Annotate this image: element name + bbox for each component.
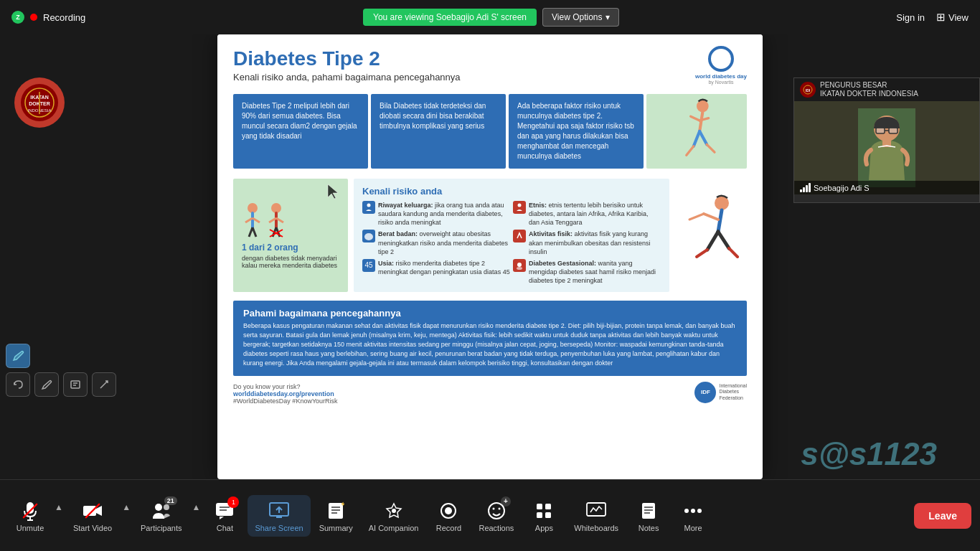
record-label: Record	[436, 524, 461, 532]
participants-caret[interactable]: ▲	[191, 502, 202, 512]
svg-line-7	[699, 112, 702, 131]
recording-dot	[30, 14, 37, 21]
view-button[interactable]: ⊞ View	[936, 11, 969, 24]
unmute-label: Unmute	[17, 524, 44, 532]
risk-item-4: Aktivitas fisik: aktivitas fisik yang ku…	[513, 230, 661, 255]
svg-line-8	[691, 116, 700, 121]
more-button[interactable]: More	[672, 495, 715, 537]
microphone-icon	[19, 499, 42, 522]
text-button[interactable]	[63, 372, 88, 397]
apps-button[interactable]: Apps	[522, 495, 565, 537]
view-options-button[interactable]: View Options ▾	[542, 8, 618, 27]
chat-button[interactable]: 1 Chat	[203, 495, 246, 537]
svg-rect-46	[876, 128, 885, 133]
speaker-org-name: PENGURUS BESAR IKATAN DOKTER INDONESIA	[820, 81, 974, 98]
start-video-label: Start Video	[73, 524, 112, 532]
risk-grid: Riwayat keluarga: jika orang tua anda at…	[362, 201, 661, 285]
svg-rect-75	[537, 512, 542, 518]
notes-button[interactable]: Notes	[627, 495, 670, 537]
apps-icon	[532, 499, 555, 522]
infographic-subtitle: Kenali risiko anda, pahami bagaimana pen…	[233, 72, 747, 83]
unmute-button[interactable]: Unmute	[9, 495, 52, 537]
ai-companion-button[interactable]: AI Companion	[362, 495, 426, 537]
svg-point-14	[248, 203, 258, 213]
risk-icon-3	[362, 230, 375, 242]
top-bar-right: Sign in ⊞ View	[896, 11, 969, 24]
record-button[interactable]: Record	[427, 495, 470, 537]
speaker-name: Soebagijo Adi S	[814, 184, 870, 192]
risk-icon-4	[513, 230, 526, 242]
intro-box-3: Ada beberapa faktor risiko untuk munculn…	[509, 94, 644, 169]
stat-big-text: 1 dari 2 orang	[242, 242, 298, 253]
participants-button[interactable]: 21 Participants	[133, 495, 189, 537]
risk-item-5: 45 Usia: risiko menderita diabetes tipe …	[362, 259, 510, 285]
video-caret[interactable]: ▲	[121, 502, 132, 512]
svg-point-58	[164, 504, 169, 510]
share-screen-button[interactable]: Share Screen	[248, 495, 310, 537]
arrow-button[interactable]	[92, 372, 116, 397]
svg-line-40	[729, 248, 738, 257]
stat-box: 1 dari 2 orang dengan diabetes tidak men…	[233, 179, 348, 292]
zoom-icon: Z	[11, 11, 24, 24]
svg-text:IDI: IDI	[806, 88, 811, 93]
reactions-label: Reactions	[479, 524, 514, 532]
prevention-title: Pahami bagaimana pencegahannya	[243, 308, 737, 319]
runner-image	[646, 94, 747, 169]
more-icon	[682, 499, 705, 522]
reactions-plus: +	[501, 496, 511, 507]
leave-button[interactable]: Leave	[914, 503, 971, 529]
chat-icon: 1	[213, 499, 236, 522]
risk-icon-2	[513, 201, 526, 214]
signal-strength-icon	[800, 183, 811, 192]
pencil-button[interactable]	[34, 372, 59, 397]
svg-line-36	[689, 214, 704, 220]
main-area: IKATAN DOKTER INDONESIA Diabetes Tipe 2 …	[0, 34, 980, 479]
pen-tool-button[interactable]	[6, 344, 30, 368]
svg-line-37	[707, 232, 718, 250]
info-middle: 1 dari 2 orang dengan diabetes tidak men…	[233, 179, 747, 292]
participants-label: Participants	[141, 524, 182, 532]
svg-rect-63	[329, 503, 343, 519]
share-screen-label: Share Screen	[255, 524, 303, 532]
camera-slash	[81, 499, 104, 522]
svg-point-57	[155, 504, 162, 511]
sign-in-link[interactable]: Sign in	[896, 12, 925, 23]
idf-logo: IDF InternationalDiabetesFederation	[694, 382, 747, 403]
svg-point-30	[364, 233, 373, 240]
svg-line-13	[707, 144, 715, 152]
share-screen-icon	[268, 499, 291, 522]
svg-point-20	[271, 203, 281, 213]
svg-rect-47	[889, 128, 897, 133]
undo-button[interactable]	[6, 372, 30, 397]
reactions-icon: +	[485, 499, 508, 522]
summary-button[interactable]: Summary	[312, 495, 360, 537]
info-header: Diabetes Tipe 2 Kenali risiko anda, paha…	[217, 34, 763, 88]
chat-label: Chat	[217, 524, 233, 532]
start-video-button[interactable]: Start Video	[66, 495, 119, 537]
squat-figure	[675, 179, 747, 292]
svg-point-32	[517, 267, 522, 270]
whiteboards-button[interactable]: Whiteboards	[567, 495, 626, 537]
svg-rect-50	[71, 381, 80, 388]
chevron-down-icon: ▾	[606, 12, 610, 22]
svg-line-11	[699, 131, 707, 144]
svg-rect-73	[537, 504, 542, 509]
risk-item-6: Diabetes Gestasional: wanita yang mengid…	[513, 259, 661, 285]
risk-icon-1	[362, 201, 375, 214]
svg-line-19	[253, 227, 256, 237]
more-label: More	[684, 524, 702, 532]
risk-icon-5: 45	[362, 259, 375, 272]
unmute-caret[interactable]: ▲	[53, 502, 65, 512]
summary-label: Summary	[319, 524, 353, 532]
svg-line-12	[687, 146, 694, 156]
draw-tools-row	[6, 372, 116, 397]
bottom-toolbar: Unmute ▲ Start Video ▲	[0, 479, 980, 551]
svg-point-82	[684, 509, 689, 513]
svg-point-29	[518, 204, 522, 207]
reactions-button[interactable]: + Reactions	[471, 495, 521, 537]
svg-point-69	[445, 507, 452, 514]
svg-point-28	[367, 204, 371, 207]
speaker-header: IDI PENGURUS BESAR IKATAN DOKTER INDONES…	[794, 78, 979, 101]
svg-point-67	[392, 509, 396, 513]
mute-slash	[19, 499, 42, 522]
